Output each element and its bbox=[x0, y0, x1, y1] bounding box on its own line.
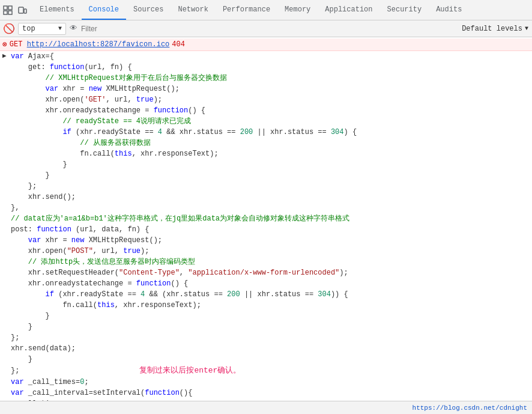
tab-sources[interactable]: Sources bbox=[126, 0, 171, 20]
svg-rect-0 bbox=[4, 6, 7, 10]
tab-performance[interactable]: Performance bbox=[216, 0, 277, 20]
hint-text: 复制过来以后按enter确认。 bbox=[139, 365, 241, 377]
context-value: top bbox=[22, 25, 35, 33]
svg-rect-1 bbox=[8, 6, 12, 10]
devtools-container: Elements Console Sources Network Perform… bbox=[0, 0, 532, 401]
default-levels-label: Default levels bbox=[462, 25, 522, 33]
chevron-down-icon: ▼ bbox=[58, 25, 62, 32]
error-url[interactable]: http://localhost:8287/favicon.ico bbox=[27, 40, 170, 49]
clear-console-icon[interactable]: 🚫 bbox=[4, 23, 14, 34]
svg-rect-2 bbox=[4, 11, 7, 14]
tab-console[interactable]: Console bbox=[82, 0, 126, 20]
tab-network[interactable]: Network bbox=[171, 0, 215, 20]
bottom-bar: https://blog.csdn.net/cdnight bbox=[0, 401, 532, 414]
eye-icon[interactable]: 👁 bbox=[70, 24, 77, 33]
svg-rect-5 bbox=[24, 9, 26, 13]
expand-arrow[interactable]: ▶ bbox=[2, 52, 8, 59]
svg-rect-3 bbox=[8, 11, 12, 14]
default-levels-dropdown[interactable]: Default levels ▼ bbox=[462, 25, 528, 33]
bottom-url-link[interactable]: https://blog.csdn.net/cdnight bbox=[413, 404, 527, 412]
filter-input[interactable] bbox=[81, 25, 458, 33]
code-row: ▶ var Ajax={ get: function(url, fn) { //… bbox=[0, 51, 532, 401]
error-code: 404 bbox=[172, 40, 185, 49]
console-output: ⊗ GET http://localhost:8287/favicon.ico … bbox=[0, 37, 532, 401]
code-block: var Ajax={ get: function(url, fn) { // X… bbox=[11, 51, 387, 401]
tab-security[interactable]: Security bbox=[380, 0, 429, 20]
error-circle-icon: ⊗ bbox=[2, 40, 7, 49]
console-toolbar: 🚫 top ▼ 👁 Default levels ▼ bbox=[0, 20, 532, 37]
svg-rect-4 bbox=[19, 7, 23, 13]
context-select[interactable]: top ▼ bbox=[18, 23, 66, 35]
inspect-icon[interactable] bbox=[2, 5, 13, 16]
devtools-tab-bar: Elements Console Sources Network Perform… bbox=[0, 0, 532, 20]
tab-audits[interactable]: Audits bbox=[429, 0, 469, 20]
device-toggle-icon[interactable] bbox=[17, 5, 28, 16]
levels-chevron-icon: ▼ bbox=[525, 25, 528, 32]
tab-memory[interactable]: Memory bbox=[277, 0, 318, 20]
error-method: GET bbox=[10, 40, 27, 49]
error-row: ⊗ GET http://localhost:8287/favicon.ico … bbox=[0, 38, 532, 51]
tab-application[interactable]: Application bbox=[318, 0, 379, 20]
devtools-icon-group bbox=[2, 5, 28, 16]
tab-elements[interactable]: Elements bbox=[32, 0, 82, 20]
devtools-tabs: Elements Console Sources Network Perform… bbox=[32, 0, 469, 20]
